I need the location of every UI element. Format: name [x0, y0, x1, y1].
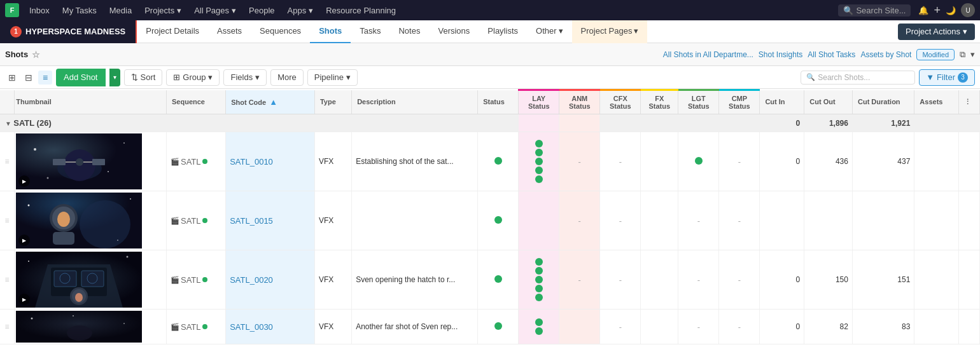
nav-media[interactable]: Media [104, 0, 137, 20]
sort-button[interactable]: ⇅ Sort [124, 69, 163, 86]
fields-button[interactable]: Fields ▾ [223, 69, 267, 86]
svg-point-30 [127, 256, 129, 258]
cfx-status-cell: - [600, 132, 641, 191]
shot-code-link[interactable]: SATL_0015 [230, 216, 273, 226]
table-row: ≡ [0, 191, 980, 250]
assets-by-shot-link[interactable]: Assets by Shot [860, 50, 911, 59]
lay-dot-1 [535, 140, 543, 147]
app-logo[interactable]: F [5, 3, 19, 17]
sequence-cell: 🎬 SATL [166, 132, 225, 191]
tab-project-details[interactable]: Project Details [137, 20, 208, 43]
type-cell: VFX [314, 132, 351, 191]
nav-apps[interactable]: Apps ▾ [283, 0, 319, 20]
shot-code-link[interactable]: SATL_0020 [230, 275, 273, 285]
fx-status-cell [641, 191, 678, 250]
page-title: Shots ☆ [5, 50, 40, 60]
view-icon-grid-large[interactable]: ⊞ [5, 71, 19, 85]
lgt-dot [695, 157, 703, 165]
project-actions-button[interactable]: Project Actions ▾ [898, 24, 975, 40]
description-cell: Establishing shot of the sat... [352, 132, 478, 191]
nav-all-pages[interactable]: All Pages ▾ [189, 0, 241, 20]
svg-point-10 [108, 171, 109, 172]
shot-code-cell: SATL_0015 [226, 191, 315, 250]
nav-resource-planning[interactable]: Resource Planning [321, 0, 401, 20]
lgt-status-cell [678, 132, 719, 191]
svg-point-8 [123, 142, 125, 144]
pipeline-button[interactable]: Pipeline ▾ [307, 69, 358, 86]
nav-my-tasks[interactable]: My Tasks [57, 0, 102, 20]
tab-project-pages[interactable]: Project Pages▾ [572, 20, 648, 43]
group-button[interactable]: ⊞ Group ▾ [166, 69, 220, 86]
chevron-down-icon: ▾ [346, 72, 351, 82]
shot-code-cell: SATL_0010 [226, 132, 315, 191]
lgt-status-cell: - [678, 191, 719, 250]
more-button[interactable]: More [270, 69, 304, 86]
group-header-satl: ▼ SATL (26) 0 1,896 1,921 [0, 114, 980, 132]
shot-code-link[interactable]: SATL_0010 [230, 157, 273, 167]
shot-code-cell: SATL_0030 [226, 310, 315, 344]
cut-in-cell: 0 [760, 250, 804, 310]
col-status: Status [478, 90, 519, 114]
view-icon-list[interactable]: ≡ [38, 71, 52, 85]
status-cell [478, 250, 519, 310]
site-search[interactable]: 🔍 Search Site... [838, 4, 911, 17]
add-icon[interactable]: + [934, 4, 941, 17]
svg-point-19 [117, 240, 118, 241]
filter-button[interactable]: ▼ Filter 3 [919, 69, 975, 86]
cut-out-cell [804, 191, 853, 250]
tab-versions[interactable]: Versions [429, 20, 479, 43]
col-cfx-status: CFXStatus [600, 90, 641, 114]
secondary-toolbar: Shots ☆ All Shots in All Departme... Sho… [0, 43, 980, 66]
svg-point-28 [75, 293, 83, 302]
col-fx-status: FXStatus [641, 90, 678, 114]
svg-point-7 [34, 148, 36, 151]
tab-sequences[interactable]: Sequences [251, 20, 310, 43]
nav-inbox[interactable]: Inbox [24, 0, 55, 20]
tab-tasks[interactable]: Tasks [351, 20, 389, 43]
tab-notes[interactable]: Notes [389, 20, 429, 43]
lay-dot-1 [535, 318, 543, 326]
theme-icon[interactable]: 🌙 [946, 6, 956, 15]
svg-point-34 [73, 315, 74, 316]
sequence-cell: 🎬 SATL [166, 310, 225, 344]
lay-dot-4 [535, 285, 543, 292]
add-shot-dropdown-button[interactable]: ▾ [109, 69, 120, 86]
row-handle: ≡ [0, 250, 15, 310]
shot-code-link[interactable]: SATL_0030 [230, 322, 273, 332]
tab-assets[interactable]: Assets [208, 20, 251, 43]
col-shot-code[interactable]: Shot Code ▲ [226, 90, 315, 114]
group-collapse-icon[interactable]: ▼ [5, 120, 11, 127]
cmp-status-cell: - [719, 191, 760, 250]
sequence-status-dot [202, 324, 207, 329]
svg-point-12 [80, 200, 130, 248]
adjust-cell [959, 132, 980, 191]
all-shots-link[interactable]: All Shots in All Departme... [663, 50, 753, 59]
adjust-cell [959, 310, 980, 344]
copy-icon[interactable]: ⧉ [960, 50, 965, 60]
nav-people[interactable]: People [244, 0, 279, 20]
more-icon[interactable]: ▾ [970, 50, 975, 59]
tab-playlists[interactable]: Playlists [479, 20, 527, 43]
svg-point-17 [28, 205, 30, 207]
type-cell: VFX [314, 191, 351, 250]
tab-shots[interactable]: Shots [310, 20, 351, 43]
favorite-icon[interactable]: ☆ [32, 50, 40, 60]
tab-other[interactable]: Other▾ [527, 20, 572, 43]
notifications-icon[interactable]: 🔔 [918, 6, 928, 15]
status-dot [494, 157, 502, 165]
chevron-down-icon: ▾ [963, 27, 967, 36]
cut-in-cell: 0 [760, 132, 804, 191]
add-shot-button[interactable]: Add Shot [56, 69, 106, 86]
shot-insights-link[interactable]: Shot Insights [759, 50, 802, 59]
chevron-down-icon: ▾ [559, 26, 563, 36]
col-lgt-status: LGTStatus [678, 90, 719, 114]
lgt-status-cell: - [678, 310, 719, 344]
nav-projects[interactable]: Projects ▾ [139, 0, 186, 20]
all-shot-tasks-link[interactable]: All Shot Tasks [808, 50, 855, 59]
user-avatar[interactable]: U [961, 3, 975, 17]
search-shots-input[interactable]: 🔍 Search Shots... [801, 71, 915, 85]
view-icon-grid-small[interactable]: ⊟ [22, 71, 36, 85]
lay-dot-3 [535, 276, 543, 283]
view-mode-icons: ⊞ ⊟ ≡ [5, 71, 52, 85]
fx-status-cell [641, 250, 678, 310]
